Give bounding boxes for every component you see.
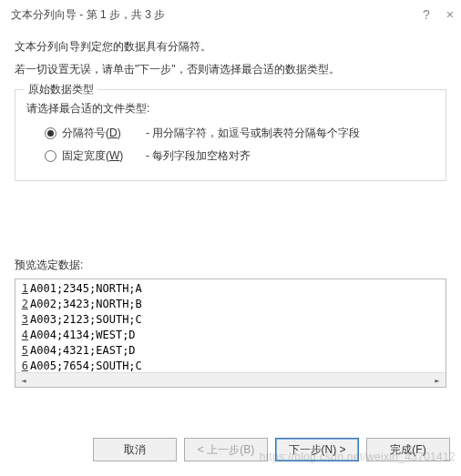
row-number: 4 (15, 328, 28, 343)
dialog-content: 文本分列向导判定您的数据具有分隔符。 若一切设置无误，请单击"下一步"，否则请选… (0, 29, 461, 388)
radio-delimited-label[interactable]: 分隔符号(D) (62, 126, 135, 141)
preview-rows: 1A001;2345;NORTH;A2A002;3423;NORTH;B3A00… (15, 279, 446, 376)
next-button[interactable]: 下一步(N) > (275, 438, 359, 461)
row-text: A003;2123;SOUTH;C (29, 312, 446, 328)
intro-line-2: 若一切设置无误，请单击"下一步"，否则请选择最合适的数据类型。 (15, 61, 446, 78)
row-number: 3 (15, 312, 28, 328)
row-number: 2 (15, 297, 28, 312)
row-text: A002;3423;NORTH;B (29, 297, 446, 312)
intro-line-1: 文本分列向导判定您的数据具有分隔符。 (15, 38, 446, 56)
group-legend: 原始数据类型 (25, 82, 97, 97)
radio-fixed[interactable] (45, 150, 56, 162)
preview-row: 2A002;3423;NORTH;B (15, 297, 446, 312)
preview-box: 1A001;2345;NORTH;A2A002;3423;NORTH;B3A00… (15, 279, 446, 388)
radio-delimited-row[interactable]: 分隔符号(D) - 用分隔字符，如逗号或制表符分隔每个字段 (45, 126, 435, 141)
row-text: A001;2345;NORTH;A (29, 281, 446, 297)
dialog-buttons: 取消 < 上一步(B) 下一步(N) > 完成(F) (82, 423, 461, 469)
original-data-type-group: 原始数据类型 请选择最合适的文件类型: 分隔符号(D) - 用分隔字符，如逗号或… (15, 89, 446, 181)
preview-row: 5A004;4321;EAST;D (15, 343, 446, 359)
titlebar-buttons: ? × (423, 7, 454, 22)
finish-button[interactable]: 完成(F) (366, 438, 450, 461)
radio-fixed-row[interactable]: 固定宽度(W) - 每列字段加空格对齐 (45, 148, 435, 164)
row-number: 1 (15, 281, 28, 297)
row-text: A004;4321;EAST;D (29, 343, 446, 359)
scroll-right-icon[interactable]: ► (430, 374, 445, 387)
row-text: A004;4134;WEST;D (29, 328, 446, 343)
window-title: 文本分列向导 - 第 1 步，共 3 步 (11, 7, 423, 23)
row-number: 5 (15, 343, 28, 359)
preview-row: 3A003;2123;SOUTH;C (15, 312, 446, 328)
preview-row: 1A001;2345;NORTH;A (15, 281, 446, 297)
scroll-left-icon[interactable]: ◄ (16, 374, 31, 387)
cancel-button[interactable]: 取消 (93, 438, 177, 461)
radio-fixed-desc: - 每列字段加空格对齐 (146, 148, 251, 164)
help-icon[interactable]: ? (423, 7, 430, 22)
titlebar: 文本分列向导 - 第 1 步，共 3 步 ? × (0, 0, 461, 29)
radio-delimited-desc: - 用分隔字符，如逗号或制表符分隔每个字段 (146, 126, 360, 141)
radio-delimited[interactable] (45, 127, 56, 139)
spacer (15, 181, 446, 245)
preview-row: 4A004;4134;WEST;D (15, 328, 446, 343)
close-icon[interactable]: × (446, 7, 454, 22)
horizontal-scrollbar[interactable]: ◄ ► (15, 372, 446, 387)
back-button: < 上一步(B) (184, 438, 268, 461)
file-type-prompt: 请选择最合适的文件类型: (26, 101, 435, 116)
preview-label: 预览选定数据: (15, 258, 446, 273)
radio-fixed-label[interactable]: 固定宽度(W) (62, 148, 135, 164)
